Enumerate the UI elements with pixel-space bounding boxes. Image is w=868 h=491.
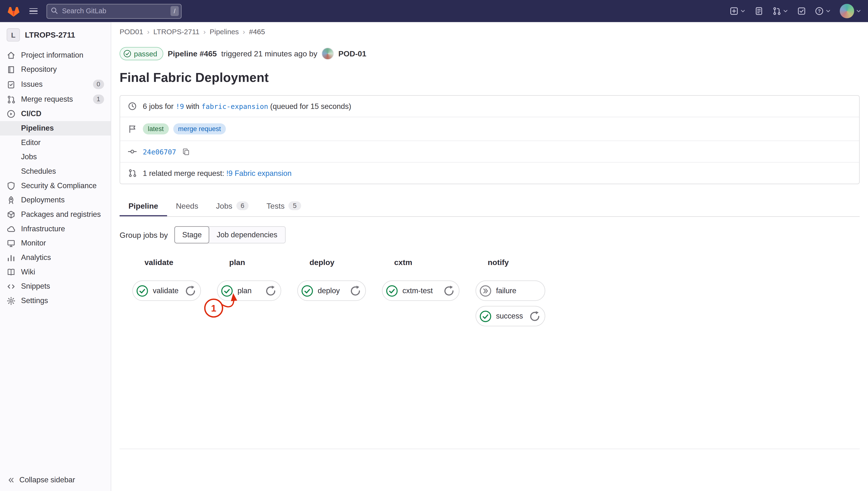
merge-requests-icon [7,95,16,104]
breadcrumb-item-ltrops-2711[interactable]: LTROPS-2711 [153,28,199,36]
tab-jobs[interactable]: Jobs6 [207,195,258,216]
sidebar-item-repository[interactable]: Repository [0,62,111,77]
related-mr-prefix: 1 related merge request: [143,169,224,177]
commit-sha-link[interactable]: 24e06707 [143,147,176,156]
sidebar-item-wiki[interactable]: Wiki [0,265,111,280]
job-name: validate [153,286,181,295]
status-passed-icon [124,50,131,58]
group-jobs-row: Group jobs by StageJob dependencies [119,226,860,243]
triggerer-name[interactable]: POD-01 [338,49,366,58]
sidebar-item-snippets[interactable]: Snippets [0,279,111,294]
gitlab-window: / L LTROPS-2711 Project informationRepos… [0,0,868,491]
commit-icon [128,147,137,156]
topbar-todo[interactable] [797,7,806,16]
pipeline-labels: latestmerge request [143,123,226,135]
topbar-merge-requests[interactable] [772,7,788,16]
sidebar-item-deployments[interactable]: Deployments [0,193,111,207]
retry-button[interactable] [529,311,540,322]
job-cxtm-test[interactable]: cxtm-test [382,281,459,301]
sidebar-item-label: Infrastructure [21,225,104,233]
retry-button[interactable] [265,285,276,296]
branch-link[interactable]: fabric-expansion [201,102,268,110]
tab-badge: 6 [236,201,249,210]
project-context[interactable]: L LTROPS-2711 [0,22,111,47]
user-avatar [840,4,854,18]
sidebar-item-analytics[interactable]: Analytics [0,251,111,265]
infrastructure-icon [7,225,16,233]
gitlab-logo-icon[interactable] [7,4,21,18]
mr-ref-link[interactable]: !9 [175,102,184,110]
sidebar-item-label: Security & Compliance [21,181,104,190]
group-by-job-dependencies[interactable]: Job dependencies [209,227,285,243]
hamburger-menu-button[interactable] [27,6,40,16]
stage-column-plan: planplan [217,258,281,306]
sidebar: L LTROPS-2711 Project informationReposit… [0,22,111,491]
breadcrumb-item-pod01[interactable]: POD01 [119,28,143,36]
pipeline-graph: validatevalidateplanplandeploydeploycxtm… [132,258,860,331]
search-input[interactable] [47,4,182,19]
job-success[interactable]: success [476,306,545,326]
tab-tests[interactable]: Tests5 [258,195,310,216]
project-avatar: L [7,28,20,41]
breadcrumb-item-pipelines[interactable]: Pipelines [210,28,239,36]
sidebar-subitem-editor[interactable]: Editor [0,136,111,150]
status-success-icon [301,285,314,297]
pipeline-label-latest[interactable]: latest [143,123,168,135]
sidebar-item-label: Monitor [21,239,104,248]
topbar-new-menu[interactable] [730,7,746,16]
topbar-user-avatar[interactable] [840,4,862,18]
status-success-icon [479,310,492,322]
topbar-help[interactable] [815,7,831,16]
search-icon [50,6,58,14]
topbar-actions [730,4,861,18]
job-deploy[interactable]: deploy [297,281,366,301]
group-by-stage[interactable]: Stage [174,226,210,243]
jobs-summary-row: 6 jobs for !9 with fabric-expansion (que… [120,96,859,117]
sidebar-item-merge-requests[interactable]: Merge requests1 [0,92,111,107]
sidebar-item-settings[interactable]: Settings [0,294,111,308]
sidebar-subitem-schedules[interactable]: Schedules [0,164,111,179]
job-plan[interactable]: plan [217,281,281,301]
deployments-icon [7,196,16,205]
status-skipped-icon [479,285,492,297]
related-mr-link[interactable]: !9 Fabric expansion [226,169,292,177]
sidebar-item-monitor[interactable]: Monitor [0,236,111,251]
breadcrumb-separator-icon: › [243,28,245,36]
triggerer-avatar[interactable] [322,48,334,60]
sidebar-item-security-compliance[interactable]: Security & Compliance [0,179,111,193]
sidebar-item-packages-registries[interactable]: Packages and registries [0,207,111,222]
tab-label: Jobs [216,201,233,210]
pipeline-label-merge-request[interactable]: merge request [173,123,226,135]
sidebar-item-project-information[interactable]: Project information [0,48,111,63]
collapse-icon [7,476,15,484]
breadcrumb-item--465[interactable]: #465 [249,28,265,36]
status-success-icon [221,285,233,297]
status-badge[interactable]: passed [119,47,163,60]
collapse-sidebar-button[interactable]: Collapse sidebar [0,469,111,491]
sidebar-subitem-pipelines[interactable]: Pipelines [0,121,111,136]
job-failure[interactable]: failure [476,281,545,301]
sidebar-item-infrastructure[interactable]: Infrastructure [0,222,111,236]
job-validate[interactable]: validate [132,281,201,301]
sidebar-subitem-jobs[interactable]: Jobs [0,150,111,164]
copy-commit-button[interactable] [182,148,190,155]
job-name: plan [238,286,261,295]
flag-icon [128,124,137,134]
job-name: success [496,312,525,320]
retry-button[interactable] [350,285,361,296]
topbar-issues[interactable] [754,7,763,16]
sidebar-item-label: Merge requests [21,95,87,104]
sidebar-item-ci-cd[interactable]: CI/CD [0,107,111,121]
stage-column-notify: notifyfailuresuccess [476,258,545,331]
sidebar-item-issues[interactable]: Issues0 [0,77,111,92]
stage-column-validate: validatevalidate [132,258,201,306]
chevron-down-icon [783,8,788,14]
tab-pipeline[interactable]: Pipeline [119,195,167,216]
job-name: deploy [318,286,346,295]
issues-icon [754,7,763,16]
retry-button[interactable] [443,285,455,296]
tab-needs[interactable]: Needs [167,195,207,216]
page-title: Final Fabric Deployment [119,70,860,85]
retry-button[interactable] [185,285,196,296]
status-success-icon [386,285,398,297]
